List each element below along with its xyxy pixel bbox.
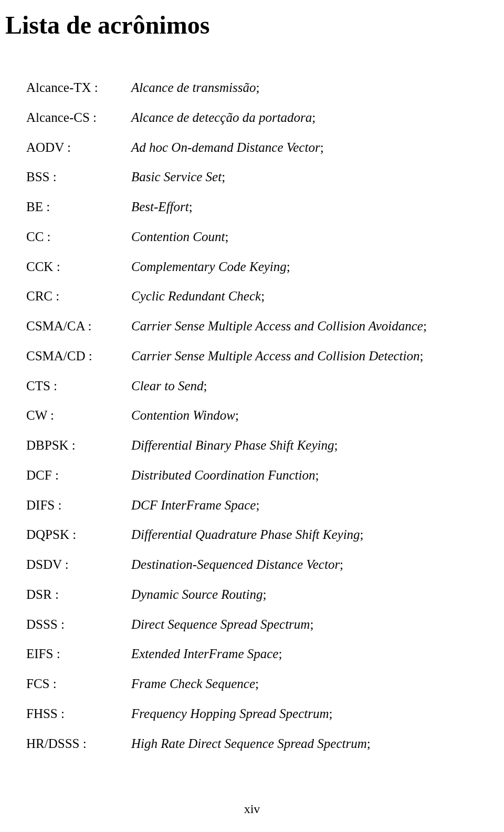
acronym-entry: FCS :Frame Check Sequence;	[26, 675, 478, 693]
semicolon: ;	[423, 319, 427, 333]
acronym-definition: Dynamic Source Routing;	[131, 586, 266, 604]
acronym-term: EIFS :	[26, 645, 131, 663]
acronym-entry: DSSS :Direct Sequence Spread Spectrum;	[26, 616, 478, 633]
acronym-entry: CC :Contention Count;	[26, 228, 478, 246]
acronym-term: CSMA/CA :	[26, 317, 131, 335]
semicolon: ;	[262, 587, 266, 601]
acronym-entry: Alcance-TX :Alcance de transmissão;	[26, 79, 478, 97]
acronym-term: Alcance-TX :	[26, 79, 131, 97]
acronym-definition: Best-Effort;	[131, 198, 193, 216]
acronym-entry: CSMA/CA :Carrier Sense Multiple Access a…	[26, 317, 478, 335]
acronym-definition: Contention Count;	[131, 228, 228, 246]
acronym-definition: DCF InterFrame Space;	[131, 496, 259, 514]
semicolon: ;	[367, 736, 371, 751]
acronym-entry: CCK :Complementary Code Keying;	[26, 258, 478, 276]
acronym-definition: Distributed Coordination Function;	[131, 466, 319, 484]
acronym-term: DCF :	[26, 466, 131, 484]
semicolon: ;	[256, 498, 259, 512]
acronym-term: DBPSK :	[26, 436, 131, 454]
semicolon: ;	[419, 349, 423, 363]
acronym-term: CW :	[26, 407, 131, 424]
acronym-entry: CTS :Clear to Send;	[26, 377, 478, 395]
semicolon: ;	[329, 706, 333, 721]
semicolon: ;	[310, 617, 313, 631]
acronym-definition: Complementary Code Keying;	[131, 258, 290, 276]
acronym-term: FCS :	[26, 675, 131, 693]
semicolon: ;	[360, 527, 364, 542]
semicolon: ;	[189, 200, 193, 214]
acronym-definition: Cyclic Redundant Check;	[131, 287, 265, 305]
acronym-definition: Destination-Sequenced Distance Vector;	[131, 556, 343, 574]
acronym-entry: DCF :Distributed Coordination Function;	[26, 466, 478, 484]
acronym-term: FHSS :	[26, 705, 131, 723]
acronym-term: DQPSK :	[26, 526, 131, 544]
semicolon: ;	[312, 110, 316, 124]
semicolon: ;	[261, 289, 265, 303]
acronym-entry: DBPSK :Differential Binary Phase Shift K…	[26, 436, 478, 454]
acronym-definition: Basic Service Set;	[131, 168, 225, 186]
acronym-term: BE :	[26, 198, 131, 216]
semicolon: ;	[204, 379, 207, 393]
acronym-definition: Extended InterFrame Space;	[131, 645, 282, 663]
acronym-entry: BE :Best-Effort;	[26, 198, 478, 216]
acronym-entry: DSR :Dynamic Source Routing;	[26, 586, 478, 604]
acronym-term: Alcance-CS :	[26, 109, 131, 127]
semicolon: ;	[320, 140, 324, 154]
acronym-definition: Frame Check Sequence;	[131, 675, 259, 693]
acronym-entry: CSMA/CD :Carrier Sense Multiple Access a…	[26, 347, 478, 365]
acronym-term: DSDV :	[26, 556, 131, 574]
acronym-definition: Ad hoc On-demand Distance Vector;	[131, 139, 324, 157]
acronym-term: AODV :	[26, 139, 131, 157]
acronym-term: HR/DSSS :	[26, 735, 131, 753]
acronym-term: BSS :	[26, 168, 131, 186]
acronym-term: DSR :	[26, 586, 131, 604]
acronym-entry: Alcance-CS :Alcance de detecção da porta…	[26, 109, 478, 127]
acronym-entry: EIFS :Extended InterFrame Space;	[26, 645, 478, 663]
acronym-list: Alcance-TX :Alcance de transmissão;Alcan…	[26, 79, 478, 752]
page-number: xiv	[244, 802, 260, 816]
semicolon: ;	[222, 170, 225, 184]
semicolon: ;	[287, 259, 290, 274]
semicolon: ;	[334, 438, 338, 452]
acronym-entry: CW :Contention Window;	[26, 407, 478, 424]
semicolon: ;	[235, 408, 239, 422]
acronym-entry: DSDV :Destination-Sequenced Distance Vec…	[26, 556, 478, 574]
acronym-definition: Alcance de transmissão;	[131, 79, 259, 97]
acronym-definition: Alcance de detecção da portadora;	[131, 109, 316, 127]
acronym-entry: DIFS :DCF InterFrame Space;	[26, 496, 478, 514]
acronym-term: CSMA/CD :	[26, 347, 131, 365]
acronym-term: DIFS :	[26, 496, 131, 514]
acronym-term: DSSS :	[26, 616, 131, 633]
acronym-definition: Carrier Sense Multiple Access and Collis…	[131, 347, 423, 365]
semicolon: ;	[315, 468, 319, 482]
acronym-definition: Differential Binary Phase Shift Keying;	[131, 436, 338, 454]
acronym-definition: Contention Window;	[131, 407, 239, 424]
acronym-definition: Frequency Hopping Spread Spectrum;	[131, 705, 332, 723]
acronym-entry: AODV :Ad hoc On-demand Distance Vector;	[26, 139, 478, 157]
acronym-entry: FHSS :Frequency Hopping Spread Spectrum;	[26, 705, 478, 723]
page-title: Lista de acrônimos	[5, 11, 478, 39]
semicolon: ;	[340, 557, 343, 571]
acronym-definition: Differential Quadrature Phase Shift Keyi…	[131, 526, 364, 544]
acronym-definition: High Rate Direct Sequence Spread Spectru…	[131, 735, 371, 753]
acronym-definition: Carrier Sense Multiple Access and Collis…	[131, 317, 427, 335]
acronym-entry: BSS :Basic Service Set;	[26, 168, 478, 186]
acronym-term: CRC :	[26, 287, 131, 305]
acronym-definition: Clear to Send;	[131, 377, 207, 395]
acronym-entry: CRC :Cyclic Redundant Check;	[26, 287, 478, 305]
semicolon: ;	[255, 677, 259, 691]
acronym-term: CCK :	[26, 258, 131, 276]
acronym-definition: Direct Sequence Spread Spectrum;	[131, 616, 313, 633]
acronym-entry: HR/DSSS :High Rate Direct Sequence Sprea…	[26, 735, 478, 753]
semicolon: ;	[278, 647, 282, 661]
page-content: Lista de acrônimos Alcance-TX :Alcance d…	[0, 0, 504, 752]
semicolon: ;	[256, 80, 259, 95]
acronym-term: CC :	[26, 228, 131, 246]
semicolon: ;	[225, 230, 228, 244]
acronym-entry: DQPSK :Differential Quadrature Phase Shi…	[26, 526, 478, 544]
acronym-term: CTS :	[26, 377, 131, 395]
